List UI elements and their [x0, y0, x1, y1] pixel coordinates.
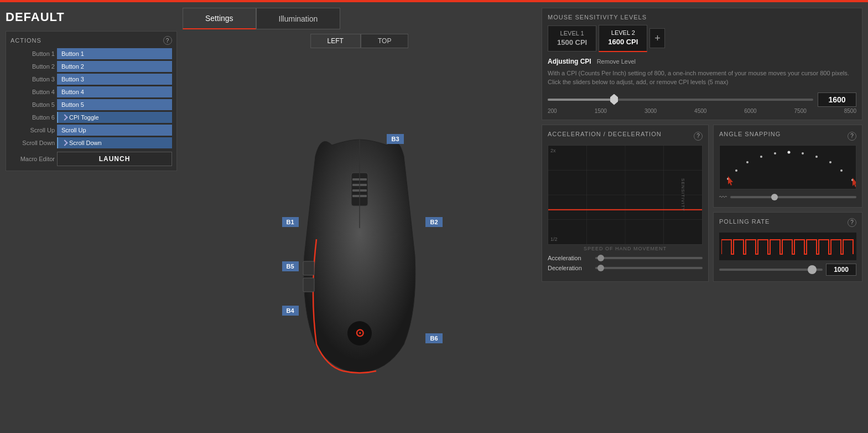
- action-arrow-icon: [61, 114, 67, 120]
- mouse-view-area: LEFT TOP: [183, 34, 536, 427]
- action-btn-5[interactable]: CPI Toggle: [57, 112, 172, 123]
- cpi-value-display: 1600: [818, 92, 856, 107]
- tabs-row: Settings Illumination: [183, 8, 536, 29]
- cpi-level-2[interactable]: LEVEL 2 1600 CPI: [599, 25, 647, 52]
- action-btn-7[interactable]: Scroll Down: [57, 137, 172, 148]
- launch-button[interactable]: LAUNCH: [57, 152, 172, 166]
- deceleration-thumb[interactable]: [597, 265, 604, 271]
- polling-rate-panel: POLLING RATE ? 1000: [713, 212, 862, 282]
- angle-title-row: ANGLE SNAPPING ?: [719, 131, 856, 142]
- cpi-mark-200: 200: [548, 108, 557, 114]
- polling-rate-thumb[interactable]: [808, 265, 817, 274]
- svg-point-10: [760, 156, 762, 158]
- button-label-b3[interactable]: B3: [387, 134, 403, 144]
- action-arrow-icon: [61, 140, 67, 146]
- polling-rate-slider[interactable]: [719, 269, 823, 271]
- left-panel: DEFAULT ACTIONS ? Button 1Button 1Button…: [6, 8, 177, 427]
- sensitivity-axis-label: SENSITIVITY: [681, 178, 686, 212]
- cpi-mark-4500: 4500: [694, 108, 706, 114]
- acceleration-slider-row: Acceleration: [548, 255, 703, 261]
- cpi-slider-track[interactable]: [548, 99, 813, 101]
- action-btn-3[interactable]: Button 4: [57, 86, 172, 97]
- svg-marker-19: [853, 178, 856, 187]
- right-panel: MOUSE SENSITIVITY LEVELS LEVEL 1 1500 CP…: [542, 8, 862, 427]
- polling-rate-value: 1000: [826, 264, 856, 276]
- action-btn-4[interactable]: Button 5: [57, 99, 172, 110]
- action-btn-2[interactable]: Button 3: [57, 74, 172, 85]
- action-row-4: Button 5Button 5: [11, 99, 172, 110]
- actions-help-icon[interactable]: ?: [163, 36, 172, 45]
- svg-point-16: [840, 169, 843, 172]
- cpi-slider-thumb[interactable]: [610, 94, 618, 105]
- action-label-6: Scroll Up: [11, 127, 55, 133]
- svg-point-15: [829, 161, 831, 163]
- action-label-2: Button 3: [11, 76, 55, 83]
- pulse-chart: [719, 233, 856, 260]
- pulse-svg: [721, 234, 854, 259]
- cpi-description: With a CPI (Counts Per Inch) setting of …: [548, 69, 856, 87]
- action-row-3: Button 4Button 4: [11, 86, 172, 97]
- action-btn-1[interactable]: Button 2: [57, 61, 172, 72]
- button-label-b4[interactable]: B4: [282, 306, 299, 316]
- sensitivity-panel: MOUSE SENSITIVITY LEVELS LEVEL 1 1500 CP…: [542, 8, 862, 120]
- accel-title: ACCELERATION / DECELERATION: [548, 131, 662, 137]
- button-label-b2[interactable]: B2: [425, 217, 442, 227]
- tab-settings[interactable]: Settings: [183, 8, 256, 29]
- sensitivity-title: MOUSE SENSITIVITY LEVELS: [548, 14, 856, 20]
- view-toggle: LEFT TOP: [310, 34, 409, 48]
- accel-chart: 2x 1/2 SENSITIVITY: [548, 145, 703, 245]
- speed-axis-label: SPEED OF HAND MOVEMENT: [548, 246, 703, 251]
- angle-chart: [719, 145, 856, 189]
- remove-level-link[interactable]: Remove Level: [597, 58, 636, 65]
- action-btn-6[interactable]: Scroll Up: [57, 125, 172, 136]
- side-btn-fwd: [303, 278, 314, 292]
- angle-slider-row: 〰: [719, 193, 856, 202]
- acceleration-slider[interactable]: [595, 257, 703, 259]
- angle-snapping-slider[interactable]: [730, 196, 856, 198]
- cpi-level-1[interactable]: LEVEL 1 1500 CPI: [548, 25, 596, 52]
- action-row-0: Button 1Button 1: [11, 48, 172, 59]
- button-label-b5[interactable]: B5: [282, 261, 299, 271]
- polling-slider-row: 1000: [719, 264, 856, 276]
- right-sub-panels: ANGLE SNAPPING ?: [713, 125, 862, 282]
- action-row-1: Button 2Button 2: [11, 61, 172, 72]
- angle-title: ANGLE SNAPPING: [719, 131, 781, 137]
- action-row-2: Button 3Button 3: [11, 74, 172, 85]
- button-label-b6[interactable]: B6: [425, 333, 442, 343]
- accel-title-row: ACCELERATION / DECELERATION ?: [548, 131, 703, 142]
- svg-point-11: [774, 152, 776, 154]
- angle-chart-svg: [720, 146, 856, 190]
- action-label-7: Scroll Down: [11, 140, 55, 146]
- view-top-button[interactable]: TOP: [361, 34, 408, 48]
- cpi-slider-fill: [548, 99, 614, 101]
- cpi-slider-area: 1600: [548, 92, 856, 107]
- view-left-button[interactable]: LEFT: [310, 34, 361, 48]
- cpi-labels-row: 200 1500 3000 4500 6000 7500 8500: [548, 108, 856, 114]
- polling-help-icon[interactable]: ?: [848, 218, 856, 227]
- tab-illumination[interactable]: Illumination: [256, 8, 341, 29]
- polling-title: POLLING RATE: [719, 218, 770, 225]
- actions-section: ACTIONS ? Button 1Button 1Button 2Button…: [6, 31, 177, 171]
- center-panel: Settings Illumination LEFT TOP: [183, 8, 536, 427]
- angle-snapping-thumb[interactable]: [771, 194, 778, 200]
- angle-help-icon[interactable]: ?: [848, 132, 856, 141]
- adjusting-label: Adjusting CPI: [548, 58, 591, 65]
- button-label-b1[interactable]: B1: [282, 217, 299, 227]
- page-title: DEFAULT: [6, 8, 177, 27]
- add-cpi-level-button[interactable]: +: [649, 28, 665, 48]
- action-btn-0[interactable]: Button 1: [57, 48, 172, 59]
- acceleration-thumb[interactable]: [597, 255, 604, 261]
- cpi-level-2-label: LEVEL 2: [608, 29, 638, 37]
- logo-text: ⊙: [355, 327, 364, 339]
- action-row-7: Scroll DownScroll Down: [11, 137, 172, 148]
- svg-point-8: [735, 169, 737, 172]
- deceleration-slider-row: Deceleration: [548, 265, 703, 271]
- svg-marker-18: [728, 176, 733, 185]
- angle-snapping-panel: ANGLE SNAPPING ?: [713, 125, 862, 208]
- cpi-levels-row: LEVEL 1 1500 CPI LEVEL 2 1600 CPI +: [548, 25, 856, 52]
- svg-point-13: [802, 152, 804, 154]
- chart-y-bot: 1/2: [550, 236, 558, 242]
- deceleration-slider[interactable]: [595, 267, 703, 269]
- cpi-level-1-value: 1500 CPI: [557, 38, 587, 48]
- accel-help-icon[interactable]: ?: [694, 132, 703, 141]
